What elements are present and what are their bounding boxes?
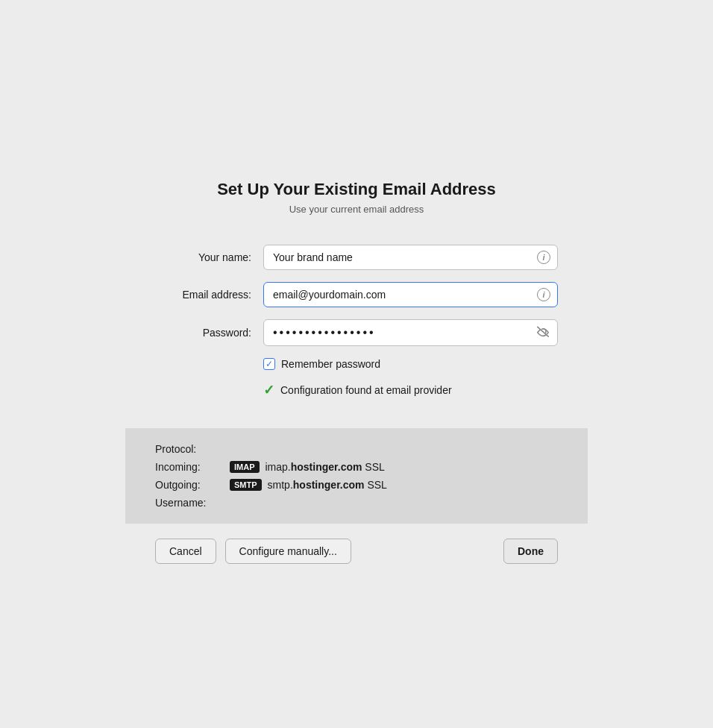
imap-badge: IMAP [230, 461, 260, 473]
outgoing-security: SSL [367, 479, 386, 491]
info-circle-icon: i [537, 251, 550, 264]
incoming-security: SSL [365, 461, 384, 473]
name-row: Your name: i [155, 245, 558, 270]
incoming-value: IMAP imap.hostinger.com SSL [230, 461, 385, 473]
footer-left-buttons: Cancel Configure manually... [155, 539, 351, 564]
smtp-badge: SMTP [230, 479, 262, 491]
outgoing-row: Outgoing: SMTP smtp.hostinger.com SSL [155, 479, 558, 491]
name-input[interactable] [263, 245, 558, 270]
incoming-server: imap.hostinger.com SSL [266, 461, 385, 473]
incoming-row: Incoming: IMAP imap.hostinger.com SSL [155, 461, 558, 473]
remember-label: Remember password [281, 358, 380, 370]
email-label: Email address: [155, 289, 263, 301]
password-input-wrapper [263, 319, 558, 346]
dialog-header: Set Up Your Existing Email Address Use y… [125, 150, 588, 230]
done-button[interactable]: Done [503, 539, 558, 564]
password-input[interactable] [263, 319, 558, 346]
username-label: Username: [155, 497, 230, 509]
password-label: Password: [155, 327, 263, 339]
dialog-subtitle: Use your current email address [155, 204, 558, 215]
status-row: ✓ Configuration found at email provider [155, 382, 558, 398]
outgoing-value: SMTP smtp.hostinger.com SSL [230, 479, 387, 491]
checkbox-check-icon: ✓ [266, 360, 273, 368]
name-label: Your name: [155, 251, 263, 263]
username-row: Username: [155, 497, 558, 509]
password-toggle-icon[interactable] [535, 325, 550, 340]
remember-checkbox-wrapper[interactable]: ✓ Remember password [263, 358, 380, 370]
info-circle-icon-2: i [537, 288, 550, 301]
status-check-icon: ✓ [263, 382, 274, 398]
outgoing-domain: hostinger.com [293, 479, 365, 491]
remember-password-row: ✓ Remember password [155, 358, 558, 370]
protocol-row: Protocol: [155, 443, 558, 455]
cancel-button[interactable]: Cancel [155, 539, 216, 564]
email-row: Email address: i [155, 282, 558, 307]
status-text: Configuration found at email provider [280, 384, 452, 396]
incoming-label: Incoming: [155, 461, 230, 473]
outgoing-server: smtp.hostinger.com SSL [268, 479, 387, 491]
incoming-domain: hostinger.com [291, 461, 362, 473]
protocol-label: Protocol: [155, 443, 230, 455]
configure-manually-button[interactable]: Configure manually... [225, 539, 351, 564]
config-section: Protocol: Incoming: IMAP imap.hostinger.… [125, 428, 588, 524]
email-input-wrapper: i [263, 282, 558, 307]
name-info-icon[interactable]: i [537, 251, 550, 264]
email-input[interactable] [263, 282, 558, 307]
outgoing-label: Outgoing: [155, 479, 230, 491]
dialog: Set Up Your Existing Email Address Use y… [125, 150, 588, 579]
password-row: Password: [155, 319, 558, 346]
dialog-body: Your name: i Email address: i Password: [125, 230, 588, 428]
remember-checkbox[interactable]: ✓ [263, 358, 275, 370]
name-input-wrapper: i [263, 245, 558, 270]
dialog-title: Set Up Your Existing Email Address [155, 180, 558, 199]
dialog-footer: Cancel Configure manually... Done [125, 524, 588, 579]
email-info-icon[interactable]: i [537, 288, 550, 301]
